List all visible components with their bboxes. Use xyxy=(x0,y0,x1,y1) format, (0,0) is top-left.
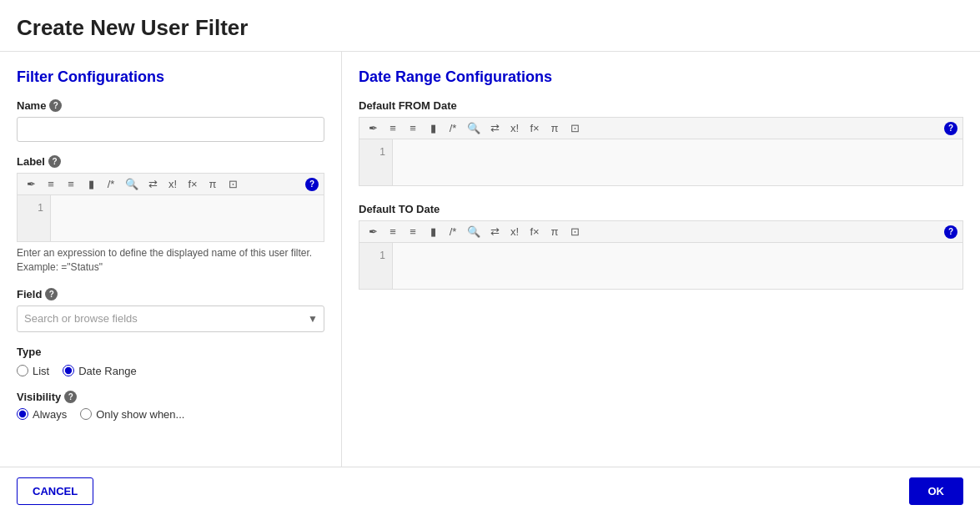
label-editor-line-numbers: 1 xyxy=(18,195,51,241)
label-help-icon[interactable]: ? xyxy=(48,155,61,168)
visibility-always-option[interactable]: Always xyxy=(17,408,67,421)
toolbar-help-icon[interactable]: ? xyxy=(305,178,319,191)
toolbar-btn-1[interactable]: ✒ xyxy=(23,176,39,192)
from-date-editor-content[interactable] xyxy=(393,139,962,185)
type-radio-group: List Date Range xyxy=(17,365,324,377)
toolbar-btn-block[interactable]: ▮ xyxy=(83,176,99,192)
type-group: Type List Date Range xyxy=(17,346,324,377)
label-editor-area: 1 xyxy=(17,194,324,242)
toolbar-btn-search[interactable]: 🔍 xyxy=(123,176,141,192)
to-toolbar-btn-block[interactable]: ▮ xyxy=(425,224,441,240)
to-toolbar-btn-align-left[interactable]: ≡ xyxy=(384,224,401,240)
toolbar-btn-insert[interactable]: ⊡ xyxy=(224,176,241,192)
toolbar-btn-pi[interactable]: π xyxy=(204,176,221,192)
field-select[interactable]: Search or browse fields xyxy=(17,305,324,332)
to-date-editor-area: 1 xyxy=(359,242,963,290)
footer: CANCEL OK xyxy=(0,467,980,515)
from-date-toolbar: ✒ ≡ ≡ ▮ /* 🔍 ⇄ x! f× π ⊡ ? xyxy=(359,117,963,139)
visibility-always-radio[interactable] xyxy=(17,408,28,420)
from-date-label: Default FROM Date xyxy=(359,99,963,112)
type-list-radio[interactable] xyxy=(17,365,28,376)
visibility-conditional-option[interactable]: Only show when... xyxy=(80,408,184,421)
to-toolbar-btn-pi[interactable]: π xyxy=(546,224,563,240)
label-hint: Enter an expression to define the displa… xyxy=(17,246,324,275)
to-toolbar-btn-factorial[interactable]: x! xyxy=(506,224,523,240)
right-panel: Date Range Configurations Default FROM D… xyxy=(342,52,980,467)
type-date-range-label: Date Range xyxy=(78,365,136,377)
visibility-label: Visibility ? xyxy=(17,391,324,403)
left-panel: Filter Configurations Name ? Label ? ✒ ≡… xyxy=(0,52,342,467)
field-select-wrapper: Search or browse fields ▼ xyxy=(17,305,324,332)
page-header: Create New User Filter xyxy=(0,0,980,52)
type-label: Type xyxy=(17,346,324,358)
to-toolbar-btn-insert[interactable]: ⊡ xyxy=(566,224,583,240)
toolbar-btn-comment[interactable]: /* xyxy=(103,176,119,192)
from-toolbar-btn-block[interactable]: ▮ xyxy=(425,120,441,136)
from-date-line-numbers: 1 xyxy=(359,139,393,185)
toolbar-btn-align-right[interactable]: ≡ xyxy=(63,176,79,192)
from-toolbar-help-icon[interactable]: ? xyxy=(944,122,957,135)
cancel-button[interactable]: CANCEL xyxy=(17,477,93,505)
ok-button[interactable]: OK xyxy=(909,477,964,505)
toolbar-btn-function[interactable]: f× xyxy=(184,176,201,192)
visibility-group: Visibility ? Always Only show when... xyxy=(17,391,324,421)
to-toolbar-help-icon[interactable]: ? xyxy=(944,225,957,239)
from-toolbar-btn-function[interactable]: f× xyxy=(526,120,543,136)
visibility-conditional-radio[interactable] xyxy=(80,408,92,420)
type-list-option[interactable]: List xyxy=(17,365,49,377)
name-input[interactable] xyxy=(17,117,324,142)
type-date-range-radio[interactable] xyxy=(63,365,74,376)
from-toolbar-btn-factorial[interactable]: x! xyxy=(506,120,523,136)
field-group: Field ? Search or browse fields ▼ xyxy=(17,288,324,332)
to-date-label: Default TO Date xyxy=(359,203,963,215)
to-toolbar-btn-align-right[interactable]: ≡ xyxy=(405,224,421,240)
visibility-radio-group: Always Only show when... xyxy=(17,408,324,421)
toolbar-btn-align-left[interactable]: ≡ xyxy=(43,176,59,192)
to-date-toolbar: ✒ ≡ ≡ ▮ /* 🔍 ⇄ x! f× π ⊡ ? xyxy=(359,220,963,242)
to-toolbar-btn-1[interactable]: ✒ xyxy=(364,224,381,240)
from-toolbar-btn-1[interactable]: ✒ xyxy=(364,120,381,136)
label-editor-toolbar: ✒ ≡ ≡ ▮ /* 🔍 ⇄ x! f× π ⊡ ? xyxy=(17,173,324,194)
to-date-line-numbers: 1 xyxy=(359,243,393,289)
from-toolbar-btn-swap[interactable]: ⇄ xyxy=(486,120,503,136)
field-help-icon[interactable]: ? xyxy=(45,288,58,300)
to-toolbar-btn-comment[interactable]: /* xyxy=(445,224,461,240)
from-toolbar-btn-align-left[interactable]: ≡ xyxy=(384,120,401,136)
from-toolbar-btn-insert[interactable]: ⊡ xyxy=(566,120,583,136)
filter-config-title: Filter Configurations xyxy=(17,68,324,86)
type-list-label: List xyxy=(33,365,49,377)
main-content: Filter Configurations Name ? Label ? ✒ ≡… xyxy=(0,52,980,467)
label-editor-content[interactable] xyxy=(51,195,324,241)
date-range-config-title: Date Range Configurations xyxy=(359,68,963,86)
to-toolbar-btn-search[interactable]: 🔍 xyxy=(465,224,483,240)
label-group: Label ? ✒ ≡ ≡ ▮ /* 🔍 ⇄ x! f× π ⊡ ? xyxy=(17,155,324,275)
from-date-editor-area: 1 xyxy=(359,139,963,186)
to-toolbar-btn-swap[interactable]: ⇄ xyxy=(486,224,503,240)
toolbar-btn-factorial[interactable]: x! xyxy=(164,176,181,192)
label-label: Label ? xyxy=(17,155,324,168)
to-date-editor-content[interactable] xyxy=(393,243,962,289)
toolbar-btn-swap[interactable]: ⇄ xyxy=(144,176,161,192)
visibility-always-label: Always xyxy=(33,408,67,421)
visibility-conditional-label: Only show when... xyxy=(96,408,184,421)
visibility-help-icon[interactable]: ? xyxy=(64,391,77,403)
name-help-icon[interactable]: ? xyxy=(49,99,62,112)
page-title: Create New User Filter xyxy=(17,15,963,41)
from-toolbar-btn-pi[interactable]: π xyxy=(546,120,563,136)
field-label-text: Field ? xyxy=(17,288,324,300)
from-toolbar-btn-comment[interactable]: /* xyxy=(445,120,461,136)
to-toolbar-btn-function[interactable]: f× xyxy=(526,224,543,240)
from-toolbar-btn-search[interactable]: 🔍 xyxy=(465,120,483,136)
name-label: Name ? xyxy=(17,99,324,112)
name-group: Name ? xyxy=(17,99,324,142)
from-date-section: Default FROM Date ✒ ≡ ≡ ▮ /* 🔍 ⇄ x! f× π… xyxy=(359,99,963,186)
from-toolbar-btn-align-right[interactable]: ≡ xyxy=(405,120,421,136)
type-date-range-option[interactable]: Date Range xyxy=(63,365,136,377)
to-date-section: Default TO Date ✒ ≡ ≡ ▮ /* 🔍 ⇄ x! f× π ⊡… xyxy=(359,203,963,290)
